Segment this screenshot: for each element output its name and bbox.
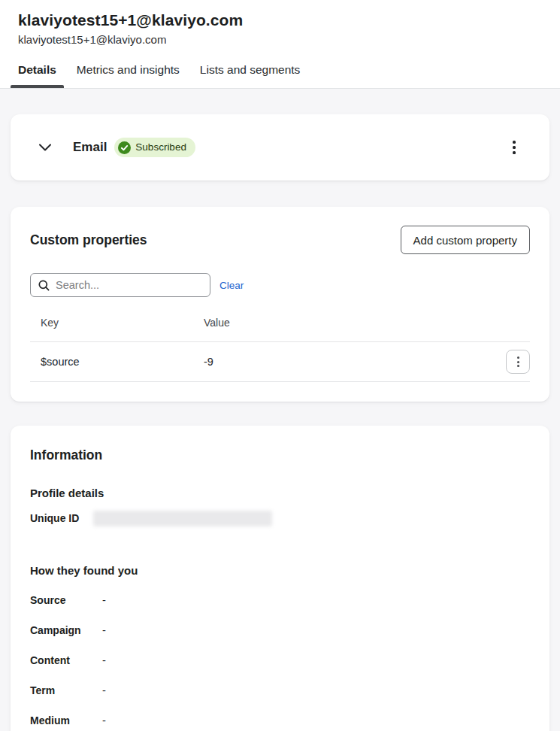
profile-header: klaviyotest15+1@klaviyo.com klaviyotest1… (0, 0, 560, 89)
profile-main: Email Subscribed Custom properties Add c… (0, 89, 560, 731)
how-they-found-you-rows: Source - Campaign - Content - Term - Med… (30, 594, 530, 726)
add-custom-property-button[interactable]: Add custom property (401, 226, 530, 254)
status-badge: Subscribed (114, 138, 195, 157)
kebab-icon (517, 356, 519, 359)
information-card: Information Profile details Unique ID Ho… (11, 426, 549, 731)
tab-lists-and-segments[interactable]: Lists and segments (192, 63, 308, 88)
campaign-label: Campaign (30, 624, 102, 636)
kebab-icon (513, 141, 516, 144)
source-value: - (102, 594, 530, 606)
campaign-value: - (102, 624, 530, 636)
check-circle-icon (118, 141, 131, 154)
email-card-expand-button[interactable] (36, 138, 54, 156)
term-label: Term (30, 684, 102, 696)
term-row: Term - (30, 684, 530, 696)
channel-title: Email (73, 140, 107, 155)
email-card-kebab-menu-button[interactable] (510, 138, 519, 157)
property-value: -9 (193, 356, 494, 368)
custom-properties-card: Custom properties Add custom property Cl… (11, 207, 549, 402)
column-header-key: Key (30, 317, 193, 329)
profile-details-title: Profile details (30, 487, 530, 500)
medium-value: - (102, 714, 530, 726)
custom-properties-header: Custom properties Add custom property (30, 226, 530, 254)
email-channel-card: Email Subscribed (11, 114, 549, 180)
custom-properties-title: Custom properties (30, 232, 147, 248)
clear-search-link[interactable]: Clear (219, 280, 244, 291)
page-subtitle: klaviyotest15+1@klaviyo.com (18, 33, 542, 47)
medium-label: Medium (30, 714, 102, 726)
custom-properties-table: Key Value $source -9 (30, 308, 530, 402)
how-they-found-you-title: How they found you (30, 564, 530, 578)
table-row: $source -9 (30, 342, 530, 382)
unique-id-redacted-value (93, 511, 272, 526)
page-title: klaviyotest15+1@klaviyo.com (18, 11, 542, 29)
tab-metrics-and-insights[interactable]: Metrics and insights (69, 63, 187, 88)
term-value: - (102, 684, 530, 696)
profile-tabs: Details Metrics and insights Lists and s… (11, 63, 542, 88)
search-icon (38, 280, 50, 291)
content-row: Content - (30, 654, 530, 666)
table-header-row: Key Value (30, 308, 530, 342)
search-input[interactable] (56, 279, 202, 291)
campaign-row: Campaign - (30, 624, 530, 636)
property-row-kebab-menu-button[interactable] (506, 350, 530, 374)
property-key: $source (30, 356, 193, 368)
custom-properties-search-row: Clear (30, 273, 530, 297)
medium-row: Medium - (30, 714, 530, 726)
unique-id-label: Unique ID (30, 512, 93, 524)
source-label: Source (30, 594, 102, 606)
search-box[interactable] (30, 273, 210, 297)
status-badge-label: Subscribed (135, 141, 186, 153)
information-title: Information (30, 447, 530, 463)
column-header-value: Value (193, 317, 494, 329)
content-value: - (102, 654, 530, 666)
chevron-down-icon (37, 139, 53, 156)
unique-id-row: Unique ID (30, 510, 530, 526)
content-label: Content (30, 654, 102, 666)
tab-details[interactable]: Details (11, 63, 64, 88)
source-row: Source - (30, 594, 530, 606)
